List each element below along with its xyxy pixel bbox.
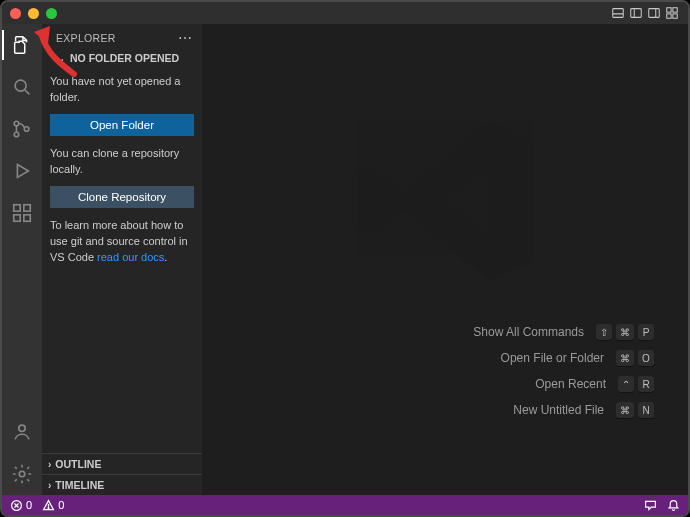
search-tab[interactable] <box>2 72 42 102</box>
svg-rect-17 <box>14 215 20 221</box>
svg-rect-7 <box>673 8 677 12</box>
status-warnings[interactable]: 0 <box>42 499 64 512</box>
keybinding: ⌘N <box>616 402 654 418</box>
window-controls <box>10 8 57 19</box>
welcome-command-row: Show All Commands⇧⌘P <box>473 324 654 340</box>
clone-repository-button[interactable]: Clone Repository <box>50 186 194 208</box>
outline-section[interactable]: ›OUTLINE <box>42 454 202 474</box>
svg-point-12 <box>14 121 19 126</box>
learn-more-text: To learn more about how to use git and s… <box>50 218 194 266</box>
toggle-secondary-sidebar-icon[interactable] <box>646 5 662 21</box>
keybinding: ⌘O <box>616 350 654 366</box>
run-debug-tab[interactable] <box>2 156 42 186</box>
command-label: Open File or Folder <box>501 351 604 365</box>
not-opened-text: You have not yet opened a folder. <box>50 74 194 106</box>
welcome-command-row: Open Recent⌃R <box>535 376 654 392</box>
key: ⌘ <box>616 350 634 366</box>
keybinding: ⇧⌘P <box>596 324 654 340</box>
key: R <box>638 376 654 392</box>
command-label: Open Recent <box>535 377 606 391</box>
svg-rect-9 <box>673 14 677 18</box>
svg-rect-19 <box>24 205 30 211</box>
svg-rect-16 <box>14 205 20 211</box>
accounts-icon[interactable] <box>2 417 42 447</box>
svg-rect-4 <box>649 9 660 18</box>
key: ⇧ <box>596 324 612 340</box>
vscode-watermark-icon <box>345 101 545 305</box>
titlebar <box>2 2 688 24</box>
key: P <box>638 324 654 340</box>
extensions-tab[interactable] <box>2 198 42 228</box>
maximize-window-button[interactable] <box>46 8 57 19</box>
svg-point-20 <box>19 425 25 431</box>
settings-gear-icon[interactable] <box>2 459 42 489</box>
source-control-tab[interactable] <box>2 114 42 144</box>
open-folder-button[interactable]: Open Folder <box>50 114 194 136</box>
activity-bar <box>2 24 42 495</box>
toggle-panel-icon[interactable] <box>610 5 626 21</box>
sidebar-more-icon[interactable]: ⋯ <box>178 34 192 42</box>
toggle-sidebar-icon[interactable] <box>628 5 644 21</box>
keybinding: ⌃R <box>618 376 654 392</box>
svg-point-26 <box>48 507 49 508</box>
feedback-icon[interactable] <box>644 499 657 512</box>
key: ⌘ <box>616 324 634 340</box>
svg-rect-18 <box>24 215 30 221</box>
minimize-window-button[interactable] <box>28 8 39 19</box>
svg-rect-2 <box>631 9 642 18</box>
svg-line-11 <box>25 90 30 95</box>
status-bar: 0 0 <box>2 495 688 515</box>
explorer-tab[interactable] <box>2 30 42 60</box>
svg-marker-15 <box>17 165 28 178</box>
svg-point-10 <box>15 80 26 91</box>
svg-rect-6 <box>667 8 671 12</box>
key: O <box>638 350 654 366</box>
svg-point-13 <box>14 132 19 137</box>
customize-layout-icon[interactable] <box>664 5 680 21</box>
command-label: Show All Commands <box>473 325 584 339</box>
editor-area: Show All Commands⇧⌘POpen File or Folder⌘… <box>202 24 688 495</box>
status-errors[interactable]: 0 <box>10 499 32 512</box>
close-window-button[interactable] <box>10 8 21 19</box>
key: N <box>638 402 654 418</box>
key: ⌃ <box>618 376 634 392</box>
key: ⌘ <box>616 402 634 418</box>
explorer-sidebar: EXPLORER ⋯ ⌄NO FOLDER OPENED You have no… <box>42 24 202 495</box>
clone-text: You can clone a repository locally. <box>50 146 194 178</box>
command-label: New Untitled File <box>513 403 604 417</box>
svg-rect-0 <box>613 9 624 18</box>
sidebar-title: EXPLORER <box>56 32 116 44</box>
svg-rect-8 <box>667 14 671 18</box>
notifications-bell-icon[interactable] <box>667 499 680 512</box>
read-our-docs-link[interactable]: read our docs <box>97 251 164 263</box>
welcome-command-row: New Untitled File⌘N <box>513 402 654 418</box>
no-folder-section-header[interactable]: ⌄NO FOLDER OPENED <box>42 48 202 68</box>
welcome-command-row: Open File or Folder⌘O <box>501 350 654 366</box>
timeline-section[interactable]: ›TIMELINE <box>42 474 202 495</box>
svg-point-14 <box>24 127 29 132</box>
svg-point-21 <box>19 471 25 477</box>
